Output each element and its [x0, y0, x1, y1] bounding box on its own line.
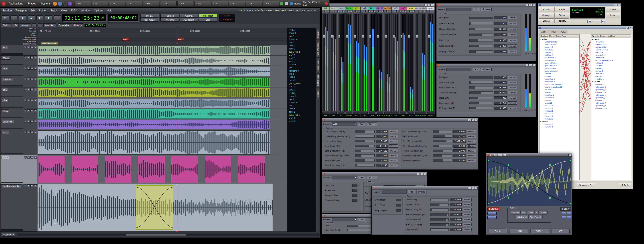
taskbar-window-button[interactable]: ♪200...: [143, 1, 160, 6]
control-value[interactable]: 1.500: [494, 22, 507, 25]
port-row[interactable]: master/in 1: [592, 54, 631, 56]
mixer-strip[interactable]: ohR r m s ohR: [360, 7, 368, 117]
track-record-button[interactable]: ●: [24, 109, 27, 112]
automation-mode-button[interactable]: Manual: [508, 91, 517, 94]
ruler-label[interactable]: Loop/Punch Ranges: [0, 38, 37, 41]
port-row[interactable]: guitar-bob/out 2: [540, 70, 580, 72]
taskbar-window-button[interactable]: ♪Ard...: [212, 1, 228, 6]
fade-curve-preset-button[interactable]: [562, 212, 566, 215]
control-value[interactable]: 8.743: [454, 135, 466, 138]
track-record-button[interactable]: ●: [24, 88, 27, 91]
automation-mode-button[interactable]: Manual: [462, 213, 472, 216]
menu-system[interactable]: System: [39, 1, 52, 6]
click-toggle[interactable]: Click: [199, 18, 217, 21]
port-row[interactable]: ohR/in 1: [592, 64, 631, 67]
mixer-strip[interactable]: bass r m s bass: [368, 7, 376, 117]
automation-mode-button[interactable]: Manual: [389, 164, 398, 167]
play-selection-button[interactable]: ▸▸: [28, 15, 35, 20]
track-header[interactable]: vox2 ● r m s: [0, 155, 38, 184]
control-slider[interactable]: [470, 39, 493, 42]
track-mute-button[interactable]: m: [30, 56, 34, 59]
fader-handle[interactable]: [323, 35, 325, 38]
automation-mode-button[interactable]: Manual: [389, 144, 398, 147]
plugin-titlebar[interactable]: _□✕: [322, 172, 427, 175]
control-slider[interactable]: [433, 130, 452, 133]
track-solo-button[interactable]: s: [34, 156, 37, 158]
toggle-value-box[interactable]: [352, 184, 358, 187]
strip-solo-button[interactable]: s: [374, 10, 376, 12]
control-slider[interactable]: [433, 135, 452, 138]
automation-mode-button[interactable]: Manual: [508, 102, 517, 105]
ruler-label[interactable]: Tempo: [0, 34, 37, 36]
region-list-item[interactable]: snare-2: [287, 95, 316, 98]
strip-mute-button[interactable]: m: [371, 10, 373, 12]
bypass-button[interactable]: Bypass: [481, 68, 492, 71]
connections-action-button[interactable]: Disconnect All: [576, 183, 595, 187]
region-list-item[interactable]: vox1-3: [287, 85, 316, 88]
pan-slider[interactable]: [338, 112, 344, 114]
port-row[interactable]: floortom/out 2: [540, 59, 580, 62]
track-solo-button[interactable]: s: [34, 99, 37, 102]
strip-solo-button[interactable]: s: [327, 10, 329, 12]
fade-curve-preset-button[interactable]: [488, 212, 492, 215]
strip-solo-button[interactable]: s: [432, 10, 434, 12]
region-list-item[interactable]: snare-3: [287, 63, 316, 66]
spinner-icons[interactable]: ▴▾: [359, 190, 360, 191]
region-list-item[interactable]: ohR-3: [287, 76, 316, 79]
track-gain-slider[interactable]: [1, 75, 23, 76]
track-canvas[interactable]: [38, 45, 287, 232]
strip-solo-button[interactable]: s: [358, 10, 360, 12]
control-value[interactable]: 0.500: [454, 159, 466, 162]
minimize-icon[interactable]: _: [626, 27, 628, 29]
audio-region[interactable]: [38, 56, 270, 66]
automation-mode-button[interactable]: Manual: [462, 198, 472, 201]
track-name-button[interactable]: floortom: [1, 78, 13, 81]
region-list-item[interactable]: snare-1: [287, 31, 316, 34]
gain-fader[interactable]: [428, 14, 430, 111]
port-row[interactable]: ohL/out 1: [540, 88, 580, 91]
preset-add-button[interactable]: Add: [408, 190, 415, 194]
track-mute-button[interactable]: m: [30, 78, 34, 80]
control-value[interactable]: 1.000: [494, 16, 507, 19]
track-mute-button[interactable]: m: [30, 67, 34, 70]
region-list-item[interactable]: guitar_bill-3: [287, 82, 316, 85]
gain-fader[interactable]: [385, 14, 387, 111]
control-value[interactable]: 1.000: [454, 130, 466, 133]
stop-button[interactable]: ■: [45, 15, 52, 20]
minimize-icon[interactable]: _: [526, 64, 528, 66]
strip-record-button[interactable]: r: [427, 10, 429, 12]
control-value[interactable]: 3.250: [494, 44, 507, 47]
automation-mode-button[interactable]: Manual: [389, 159, 398, 162]
control-value[interactable]: 4.330: [494, 39, 507, 42]
audio-region[interactable]: [38, 67, 270, 76]
port-row[interactable]: master/out 2: [540, 80, 580, 83]
automation-mode-button[interactable]: Manual: [389, 130, 398, 133]
track-gain-slider[interactable]: [1, 117, 23, 118]
region-list-item[interactable]: ohL-2: [287, 104, 316, 107]
port-row[interactable]: bass/out 2: [540, 48, 580, 51]
preset-add-button[interactable]: Add: [358, 176, 365, 179]
track-gain-slider[interactable]: [1, 229, 23, 231]
email-icon[interactable]: [58, 2, 62, 6]
control-value[interactable]: 13.402: [376, 144, 388, 147]
port-row[interactable]: capture_1: [540, 123, 580, 125]
port-row[interactable]: floortom/in 1: [592, 43, 631, 46]
track-mute-button[interactable]: m: [30, 120, 34, 123]
control-slider[interactable]: [470, 45, 493, 47]
audio-region[interactable]: [38, 45, 270, 55]
minimize-icon[interactable]: _: [614, 4, 617, 6]
strip-record-button[interactable]: r: [384, 10, 386, 12]
strip-record-button[interactable]: r: [338, 10, 340, 12]
region-list-item[interactable]: vox1-2: [287, 117, 316, 120]
automation-mode-button[interactable]: Manual: [467, 135, 476, 138]
control-slider[interactable]: [430, 214, 449, 216]
port-row[interactable]: playback_2: [592, 86, 631, 88]
menu-item[interactable]: JACK: [68, 8, 79, 13]
port-row[interactable]: snare/in 1: [592, 67, 631, 70]
control-value[interactable]: -15.928: [494, 91, 507, 94]
track-gain-slider[interactable]: [1, 128, 23, 129]
track-header[interactable]: ohR ● r m s: [0, 98, 38, 109]
region-list-item[interactable]: guitar_bill-2: [287, 113, 316, 117]
spinner-icons[interactable]: ▴▾: [359, 195, 360, 196]
preset-dropdown[interactable]: ▾: [446, 8, 472, 11]
